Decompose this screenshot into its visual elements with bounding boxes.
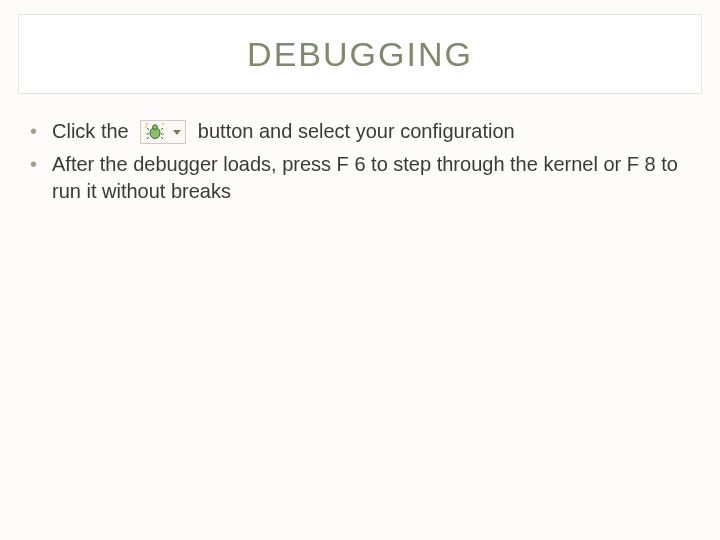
debug-icon [140, 120, 186, 144]
list-item: Click the [30, 118, 690, 145]
svg-line-2 [147, 128, 149, 130]
list-item: After the debugger loads, press F 6 to s… [30, 151, 690, 205]
svg-point-1 [153, 125, 158, 130]
slide-title: DEBUGGING [247, 35, 473, 74]
svg-line-7 [161, 137, 163, 139]
slide-body: Click the [30, 118, 690, 211]
slide: DEBUGGING Click the [0, 0, 720, 540]
bullet-text-pre: Click the [52, 120, 129, 142]
bullet-list: Click the [30, 118, 690, 205]
svg-line-8 [146, 123, 148, 125]
bullet-text: After the debugger loads, press F 6 to s… [52, 153, 678, 202]
svg-line-5 [161, 128, 163, 130]
svg-line-4 [147, 137, 149, 139]
bullet-text-post: button and select your configuration [198, 120, 515, 142]
title-band: DEBUGGING [18, 14, 702, 94]
svg-line-10 [162, 123, 164, 125]
